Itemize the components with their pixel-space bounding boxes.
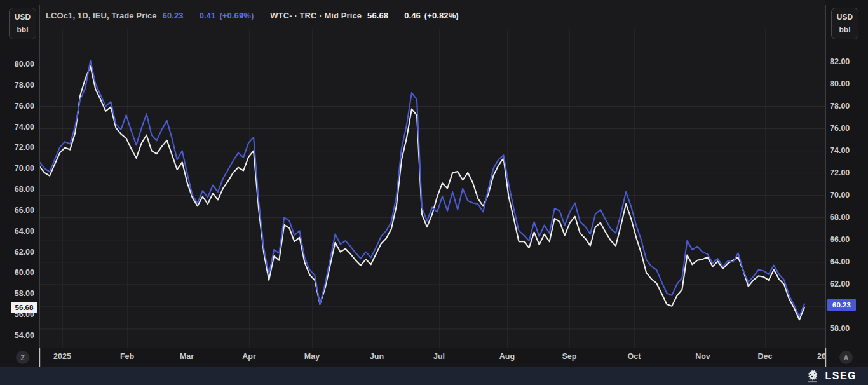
auto-scale-a-button[interactable]: A bbox=[839, 351, 853, 364]
month-label: Mar bbox=[180, 352, 194, 361]
zoom-z-button[interactable]: Z bbox=[16, 351, 29, 364]
left-axis-tick-label: 64.00 bbox=[0, 226, 34, 236]
left-axis-tick-label: 58.00 bbox=[0, 288, 34, 299]
left-axis-tick-label: 66.00 bbox=[0, 205, 34, 215]
legend-series1-price: 60.23 bbox=[163, 11, 184, 20]
month-label: 2026 bbox=[817, 352, 825, 361]
month-label: Nov bbox=[695, 352, 710, 361]
month-label: Dec bbox=[758, 352, 773, 361]
right-axis-tick-label: 68.00 bbox=[830, 212, 868, 222]
price-chart-canvas[interactable] bbox=[0, 0, 868, 367]
month-label: Apr bbox=[242, 352, 256, 361]
charting-app-window: USD bbl USD bbl LCOc1, 1D, IEU, Trade Pr… bbox=[0, 0, 868, 385]
month-label: 2025 bbox=[53, 352, 71, 361]
right-axis-tick-label: 82.00 bbox=[830, 57, 868, 67]
lseg-crest-icon bbox=[805, 368, 820, 384]
price-chart-panel: USD bbl USD bbl LCOc1, 1D, IEU, Trade Pr… bbox=[0, 0, 868, 367]
left-axis-tick-label: 80.00 bbox=[0, 59, 34, 69]
unit-currency-label: USD bbox=[10, 13, 36, 22]
unit-measure-label: bbl bbox=[832, 25, 858, 34]
month-label: Sep bbox=[562, 352, 577, 361]
right-axis-tick-label: 70.00 bbox=[830, 190, 868, 200]
right-axis-tick-label: 62.00 bbox=[830, 279, 868, 289]
time-axis: 2025FebMarAprMayJunJulAugSepOctNovDec202… bbox=[39, 348, 825, 367]
legend-series2-price: 56.68 bbox=[367, 11, 388, 20]
left-axis-tick-label: 74.00 bbox=[0, 122, 34, 132]
legend-series1-change-pct: (+0.69%) bbox=[219, 11, 254, 20]
left-axis-tick-label: 60.00 bbox=[0, 267, 34, 278]
left-axis-tick-label: 76.00 bbox=[0, 101, 34, 111]
left-axis-tick-label: 54.00 bbox=[0, 330, 34, 341]
legend-series2-change: 0.46 bbox=[404, 11, 421, 20]
right-axis-tick-label: 58.00 bbox=[830, 323, 868, 334]
right-axis-current-price-label: 60.23 bbox=[827, 299, 856, 311]
unit-measure-label: bbl bbox=[10, 25, 36, 34]
right-axis-tick-label: 64.00 bbox=[830, 257, 868, 267]
left-axis-unit-box[interactable]: USD bbl bbox=[9, 8, 36, 39]
lseg-logo: LSEG bbox=[805, 368, 857, 384]
chart-legend: LCOc1, 1D, IEU, Trade Price60.230.41(+0.… bbox=[46, 11, 459, 22]
series-line-lcoc1-trade-price[interactable] bbox=[39, 60, 804, 316]
left-axis-current-price-label: 56.68 bbox=[11, 302, 37, 313]
month-label: Oct bbox=[628, 352, 641, 361]
month-label: Aug bbox=[499, 352, 515, 361]
legend-series1-change: 0.41 bbox=[200, 11, 216, 20]
series-line-wtc-mid-price[interactable] bbox=[39, 66, 804, 320]
right-axis-unit-box[interactable]: USD bbl bbox=[831, 8, 858, 39]
footer-bar: LSEG bbox=[0, 367, 868, 385]
right-axis-tick-label: 66.00 bbox=[830, 234, 868, 245]
left-axis-tick-label: 78.00 bbox=[0, 80, 34, 90]
month-label: Jul bbox=[433, 352, 445, 361]
right-axis-tick-label: 78.00 bbox=[830, 101, 868, 111]
unit-currency-label: USD bbox=[832, 13, 858, 22]
legend-series1-name[interactable]: LCOc1, 1D, IEU, Trade Price bbox=[46, 11, 157, 20]
legend-series2-change-pct: (+0.82%) bbox=[424, 11, 459, 20]
left-axis-tick-label: 62.00 bbox=[0, 247, 34, 257]
left-axis-tick-label: 68.00 bbox=[0, 184, 34, 194]
right-axis-tick-label: 76.00 bbox=[830, 123, 868, 133]
month-label: May bbox=[304, 352, 320, 361]
month-label: Feb bbox=[120, 352, 134, 361]
left-axis-tick-label: 70.00 bbox=[0, 163, 34, 173]
right-axis-tick-label: 72.00 bbox=[830, 168, 868, 178]
month-label: Jun bbox=[370, 352, 384, 361]
lseg-logo-text: LSEG bbox=[825, 370, 857, 382]
right-axis-tick-label: 80.00 bbox=[830, 79, 868, 89]
right-axis-tick-label: 74.00 bbox=[830, 145, 868, 156]
legend-series2-name[interactable]: WTC- · TRC · Mid Price bbox=[270, 11, 362, 20]
left-axis-tick-label: 72.00 bbox=[0, 142, 34, 152]
